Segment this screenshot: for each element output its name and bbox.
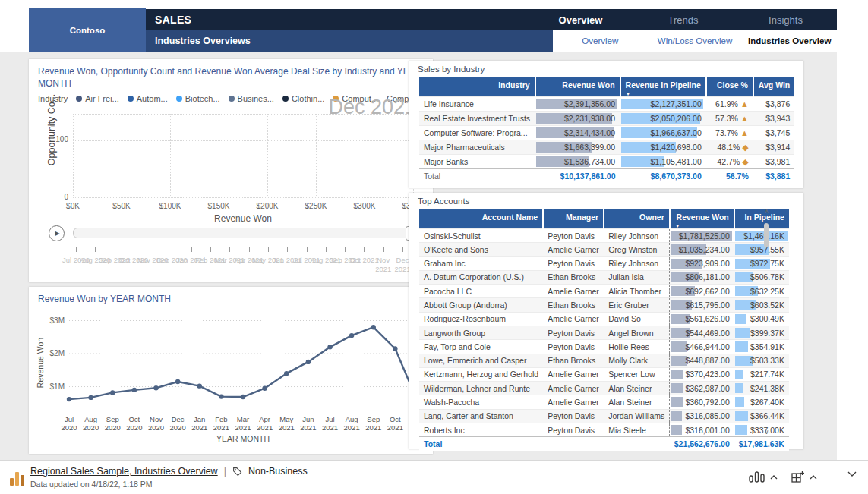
page-tab-industries-overview[interactable]: Industries Overview xyxy=(742,36,837,46)
line-x-tick: 2020 xyxy=(105,423,121,432)
legend-dot-icon xyxy=(176,96,182,102)
table-row[interactable]: Wilderman, Lehner and RunteAmelie Garner… xyxy=(419,382,789,395)
table-row[interactable]: Abbott Group (Andorra)Ethan BrooksEric G… xyxy=(419,298,789,312)
kpi-diamond-icon: ◆ xyxy=(742,157,748,166)
table-row[interactable]: Pacocha LLCAmelie GarnerAlicia Thomber$6… xyxy=(419,285,789,298)
top-accounts-title: Top Accounts xyxy=(418,197,469,206)
report-breadcrumb-link[interactable]: Regional Sales Sample, Industries Overvi… xyxy=(30,466,218,477)
value-cell: $2,391,356.00 xyxy=(535,97,620,112)
data-point xyxy=(153,385,158,390)
table-row[interactable]: A. Datum Corporation (U.S.)Ethan BrooksJ… xyxy=(419,270,789,284)
cell-value: 57.3% xyxy=(715,114,738,123)
legend-item-air-frei[interactable]: Air Frei... xyxy=(76,94,119,103)
table-row[interactable]: Roberts IncPeyton DavisMia Steele$316,00… xyxy=(419,423,789,436)
play-axis-tick xyxy=(287,247,288,252)
page-tab-win-loss-overview[interactable]: Win/Loss Overview xyxy=(648,36,743,46)
industry-cell: Major Banks xyxy=(419,155,535,169)
cell-value: 48.1% xyxy=(718,143,740,152)
status-bar: Regional Sales Sample, Industries Overvi… xyxy=(0,460,868,494)
line-chart-plot-area[interactable]: $3M$2M$1MJul2020Aug2020Sep2020Oct2020Nov… xyxy=(33,308,429,451)
table-header-row: IndustryRevenue WonRevenue In Pipeline▼C… xyxy=(419,77,794,97)
table-row[interactable]: Osinski-SchulistPeyton DavisRiley Johnso… xyxy=(419,229,789,243)
table-total-row: Total$10,137,861.00$8,670,373.0056.7%$3,… xyxy=(419,169,794,184)
legend-dot-icon xyxy=(229,96,235,102)
play-button[interactable]: ▶ xyxy=(49,225,65,241)
scrollbar-up-icon[interactable]: ∧ xyxy=(762,208,771,215)
table-scrollbar[interactable]: ∧ ∨ xyxy=(762,208,771,436)
legend-item-clothin[interactable]: Clothin... xyxy=(282,94,324,103)
table-row[interactable]: Walsh-PacochaAmelie GarnerAlan Steiner$3… xyxy=(419,395,789,409)
column-header-owner[interactable]: Owner xyxy=(604,209,670,229)
value-cell: $544,469.00 xyxy=(670,326,734,339)
table-row[interactable]: Computer Software: Progra...$2,314,434.0… xyxy=(419,126,794,140)
play-axis-label: Nov 2021 xyxy=(374,256,393,274)
column-header-close[interactable]: Close % xyxy=(706,77,753,97)
table-row[interactable]: Life Insurance$2,391,356.00$2,127,351.00… xyxy=(419,97,794,112)
table-row[interactable]: Kertzmann, Herzog and GerholdAmelie Garn… xyxy=(419,367,789,381)
table-row[interactable]: Fay, Torp and ColePeyton DavisHollie Ree… xyxy=(419,340,789,354)
scatter-y-tick: 0 xyxy=(49,193,68,201)
table-row[interactable]: Rodriguez-RosenbaumAmelie GarnerDavid So… xyxy=(419,312,789,326)
cell-value: $806,181.00 xyxy=(674,272,730,282)
scrollbar-thumb[interactable] xyxy=(764,223,769,247)
column-header-avg-win[interactable]: Avg Win xyxy=(753,77,795,97)
column-header-revenue-in-pipeline[interactable]: Revenue In Pipeline▼ xyxy=(620,77,706,97)
scatter-plot-area[interactable] xyxy=(73,114,413,197)
value-cell: $1,469.16K xyxy=(734,229,789,243)
top-tab-trends[interactable]: Trends xyxy=(632,9,734,30)
visuals-pane-toggle[interactable] xyxy=(749,471,778,483)
collapse-footer-button[interactable] xyxy=(847,471,857,477)
cell-value: $316,085.00 xyxy=(674,411,730,420)
cell-value: $561,626.00 xyxy=(674,314,730,323)
cell-value: $360,792.00 xyxy=(674,398,730,407)
line-x-tick: Jul xyxy=(65,415,74,423)
column-header-revenue-won[interactable]: Revenue Won xyxy=(535,77,620,97)
line-x-axis-title: YEAR MONTH xyxy=(216,434,270,443)
bar-chart-icon xyxy=(749,471,765,483)
top-tab-insights[interactable]: Insights xyxy=(734,9,837,30)
sales-by-industry-title: Sales by Industry xyxy=(418,65,485,74)
column-header-manager[interactable]: Manager xyxy=(543,209,604,229)
gridline xyxy=(122,114,122,197)
column-header-account-name[interactable]: Account Name xyxy=(419,209,543,229)
play-axis-tick xyxy=(229,247,230,252)
table-row[interactable]: Lang, Carter and StantonPeyton DavisJord… xyxy=(419,409,789,423)
scrollbar-down-icon[interactable]: ∨ xyxy=(762,429,771,436)
value-cell: $1,536,734.00 xyxy=(535,155,620,169)
owner-cell: Julian Isla xyxy=(604,270,670,284)
cell-value: $316,001.00 xyxy=(674,426,730,435)
table-total-row: Total$21,562,676.00$17,981.63K xyxy=(419,437,789,451)
line-x-tick: 2021 xyxy=(235,423,251,432)
page-tab-overview[interactable]: Overview xyxy=(553,36,648,46)
play-axis-tick xyxy=(134,247,134,252)
play-axis-tick xyxy=(76,247,77,252)
table-row[interactable]: O'Keefe and SonsAmelie GarnerGreg Winsto… xyxy=(419,243,789,256)
avg-win-cell: $3,943 xyxy=(753,112,795,126)
legend-item-biotech[interactable]: Biotech... xyxy=(176,94,220,103)
add-widget-toggle[interactable] xyxy=(791,471,817,483)
table-row[interactable]: Lowe, Emmerich and CasperEthan BrooksMol… xyxy=(419,354,789,367)
table-row[interactable]: Major Banks$1,536,734.00$1,105,481.0042.… xyxy=(419,155,794,169)
report-canvas: Revenue Won, Opportunity Count and Reven… xyxy=(0,52,837,460)
page-title: Industries Overviews xyxy=(155,36,251,46)
table-row[interactable]: Real Estate Investment Trusts$2,231,938.… xyxy=(419,112,794,126)
data-point xyxy=(327,345,332,349)
legend-item-busines[interactable]: Busines... xyxy=(229,94,274,103)
column-header-revenue-won[interactable]: Revenue Won▼ xyxy=(670,209,734,229)
table-row[interactable]: Langworth GroupPeyton DavisAngel Brown$5… xyxy=(419,326,789,339)
line-x-tick: Jul xyxy=(325,415,334,423)
cell-value: 42.7% xyxy=(718,157,740,166)
column-header-in-pipeline[interactable]: In Pipeline xyxy=(734,209,789,229)
manager-cell: Peyton Davis xyxy=(543,256,604,270)
account-cell: O'Keefe and Sons xyxy=(419,243,543,256)
data-point xyxy=(262,386,267,391)
legend-item-autom[interactable]: Autom... xyxy=(128,94,168,103)
top-tab-overview[interactable]: Overview xyxy=(529,9,632,30)
table-row[interactable]: Major Pharmaceuticals$1,663,399.00$1,420… xyxy=(419,140,794,155)
play-axis-slider[interactable] xyxy=(73,228,413,238)
top-accounts-panel: Top Accounts Account NameManagerOwnerRev… xyxy=(409,193,803,449)
account-cell: Rodriguez-Rosenbaum xyxy=(419,312,543,326)
sensitivity-label: Non-Business xyxy=(248,466,308,477)
column-header-industry[interactable]: Industry xyxy=(419,77,535,97)
table-row[interactable]: Graham IncPeyton DavisRiley Johnson$923,… xyxy=(419,256,789,270)
